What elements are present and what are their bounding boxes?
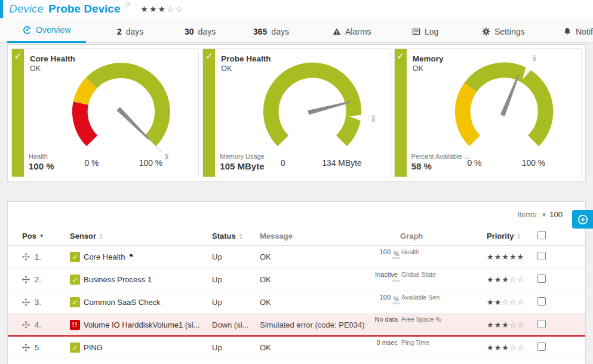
items-label: Items: (517, 210, 538, 219)
priority-stars[interactable]: ★★★☆☆ (487, 320, 537, 329)
sensor-status: Up (212, 275, 260, 284)
tab-30-days[interactable]: 30days (180, 21, 220, 43)
sensor-name-link[interactable]: Business Process 1 (84, 275, 152, 284)
col-pos[interactable]: Pos▼ (22, 232, 70, 240)
drag-handle[interactable] (22, 276, 30, 283)
tab-2-days[interactable]: 2days (112, 21, 148, 43)
graph-value: 100 (380, 248, 391, 255)
row-checkbox[interactable] (537, 297, 546, 306)
gauge-card-probe-health[interactable]: ✓Probe HealthOKx̄0134 MByteMemory Usage1… (202, 48, 390, 177)
gauge-footer: Health100 % (29, 153, 54, 171)
priority-stars[interactable]: ★★★★★ (487, 252, 537, 261)
gauge-channel-label: Memory Usage (220, 153, 265, 160)
tab-notifications[interactable]: Notific (558, 21, 593, 43)
sensor-status: Down (si... (212, 320, 260, 329)
tab-365-days[interactable]: 365days (248, 21, 294, 43)
sensor-ok-icon: ✓ (70, 252, 80, 262)
tab-label: days (198, 27, 216, 36)
sensor-status-bar: ✓ (395, 49, 407, 177)
table-row: 2.✓Business Process 1UpOKGlobal StateIna… (8, 269, 585, 291)
favorite-flag-icon[interactable]: ⚑ (128, 253, 133, 259)
graph-value: No data (374, 316, 398, 323)
log-icon (412, 27, 420, 36)
drag-handle[interactable] (22, 321, 30, 329)
row-checkbox[interactable] (537, 320, 546, 328)
sensor-name-link[interactable]: Common SaaS Check (84, 298, 161, 307)
row-checkbox[interactable] (537, 343, 546, 351)
sort-both-icon: ▲▼ (517, 233, 521, 239)
tab-label: Alarms (345, 27, 371, 36)
tab-label: Log (425, 27, 438, 36)
tab-alarms[interactable]: Alarms (328, 21, 376, 43)
check-icon: ✓ (12, 51, 24, 61)
drag-handle[interactable] (22, 344, 30, 351)
table-row: 4.!!Volume IO HarddiskVolume1 (si...Down… (8, 314, 585, 337)
gauge-channel-label: Health (29, 153, 54, 160)
device-rating[interactable]: ★★★☆☆ (140, 4, 184, 14)
row-checkbox[interactable] (537, 274, 546, 283)
gauge-chart: x̄0 %100 % (50, 53, 192, 169)
drag-handle[interactable] (22, 253, 30, 261)
graph-value: Inactive (375, 271, 398, 278)
gauge-chart: x̄0134 MByte (241, 53, 383, 169)
row-position: 1. (35, 252, 41, 261)
flag-outline-icon[interactable]: ⚐ (125, 1, 131, 9)
graph-unit-band: % (392, 303, 400, 304)
sensor-name-link[interactable]: Volume IO HarddiskVolume1 (si... (84, 320, 199, 329)
sort-both-icon: ▲▼ (99, 233, 103, 239)
priority-stars[interactable]: ★★★☆☆ (487, 343, 537, 352)
gauge-min-tick: 0 % (85, 158, 99, 168)
tab-label: Settings (494, 27, 525, 36)
priority-stars[interactable]: ★★☆☆☆ (487, 298, 537, 307)
sensor-name-link[interactable]: Core Health (84, 252, 125, 261)
tab-log[interactable]: Log (407, 21, 443, 43)
gauge-min-tick: 0 % (467, 158, 481, 168)
gauge-max-tick: 100 % (522, 158, 545, 168)
page-header: Device Probe Device ⚐ ★★★☆☆ (0, 0, 593, 18)
sensor-status: Up (212, 252, 260, 261)
add-object-button[interactable] (572, 210, 593, 229)
gauge-value: 100 % (29, 161, 54, 171)
table-row: 3.✓Common SaaS CheckUpOKAvailable Sen100… (8, 291, 585, 314)
alarm-icon (333, 27, 341, 36)
gauge-card-memory[interactable]: ✓MemoryOKx̄0 %100 %Percent Available ...… (394, 48, 582, 177)
items-count: 100 (549, 210, 563, 219)
graph-value: 100 (380, 294, 391, 301)
tab-label: days (271, 27, 289, 36)
sensor-status-bar: ✓ (203, 49, 215, 177)
svg-text:x̄: x̄ (372, 115, 376, 124)
select-all-checkbox[interactable] (537, 231, 546, 239)
sensor-status: Up (212, 298, 260, 307)
sort-both-icon: ▲▼ (239, 233, 242, 239)
priority-stars[interactable]: ★★★☆☆ (487, 275, 537, 284)
col-sensor[interactable]: Sensor▲▼ (70, 232, 212, 240)
gauge-status: OK (30, 64, 41, 73)
tab-label: days (126, 27, 144, 36)
col-status[interactable]: Status▲▼ (212, 232, 260, 240)
graph-channel-label: Health (401, 248, 419, 255)
page-title[interactable]: Probe Device (48, 2, 120, 16)
graph-channel-label: Available Sen (401, 294, 440, 301)
col-message: Message (260, 232, 400, 240)
drag-handle[interactable] (22, 298, 30, 306)
gauge-channel-label: Percent Available ... (411, 153, 469, 160)
gauge-card-core-health[interactable]: ✓Core HealthOKx̄0 %100 %Health100 % (11, 48, 199, 177)
tab-overview[interactable]: Overview (7, 20, 86, 43)
table-header-row: Pos▼Sensor▲▼Status▲▼MessageGraphPriority… (8, 227, 585, 246)
graph-unit-band: % (392, 257, 400, 259)
sensor-name-link[interactable]: PING (84, 343, 103, 352)
tab-settings[interactable]: Settings (477, 21, 530, 43)
object-type-label: Device (9, 2, 44, 16)
items-per-page-dropdown[interactable]: Items: ▼ 100 (8, 202, 585, 227)
sensor-ok-icon: ✓ (70, 297, 80, 307)
col-priority[interactable]: Priority▲▼ (487, 232, 537, 240)
svg-text:x̄: x̄ (165, 153, 168, 161)
row-checkbox[interactable] (537, 252, 546, 260)
gauge-icon (23, 26, 32, 35)
graph-channel-label: Global State (401, 271, 436, 278)
table-row: 5.✓PINGUpOKPing Time0 msec★★★☆☆ (8, 337, 585, 359)
row-position: 3. (35, 298, 41, 307)
gauge-chart: x̄0 %100 % (433, 53, 575, 169)
tab-bar: Overview2days30days365daysAlarmsLogSetti… (0, 18, 593, 43)
gauge-min-tick: 0 (281, 158, 285, 168)
